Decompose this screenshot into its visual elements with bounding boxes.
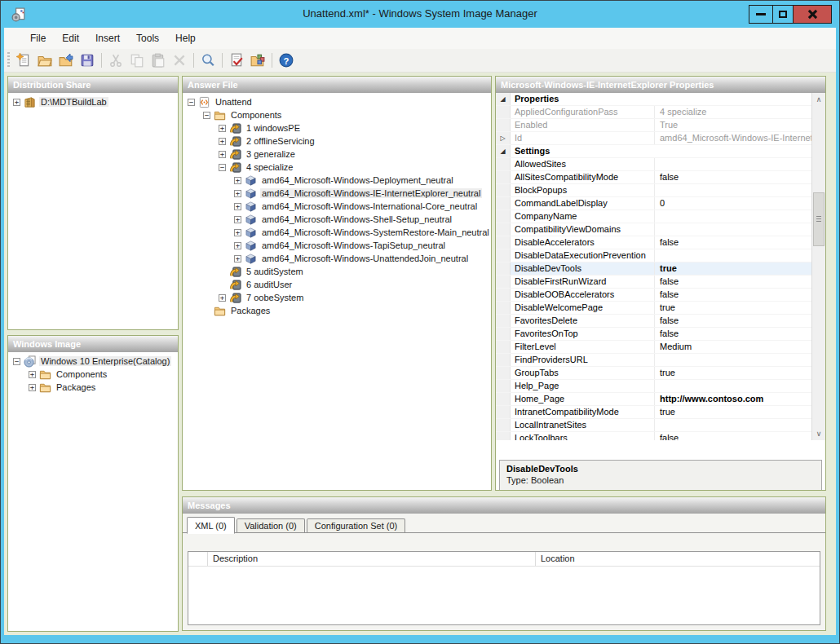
property-value[interactable] (655, 210, 811, 223)
AppliedConfigurationPass[interactable]: AppliedConfigurationPass 4 specialize (496, 106, 811, 119)
property-value[interactable] (655, 380, 811, 392)
CommandLabelDisplay[interactable]: CommandLabelDisplay 0 (496, 197, 811, 210)
property-value[interactable]: true (655, 406, 811, 418)
help-button[interactable] (276, 51, 297, 70)
property-value[interactable]: false (655, 171, 811, 183)
property-value[interactable]: True (655, 119, 811, 131)
property-value[interactable] (655, 419, 811, 431)
paste-button[interactable] (148, 51, 169, 70)
toolbar-button[interactable] (219, 51, 226, 70)
menu-item[interactable]: Insert (87, 29, 128, 47)
DisableAccelerators[interactable]: DisableAccelerators false (496, 236, 811, 249)
tree-expander[interactable]: + (29, 384, 36, 391)
property-value[interactable]: false (655, 276, 811, 288)
tab-configuration-set[interactable]: Configuration Set (0) (307, 518, 406, 533)
tree-item[interactable]: + amd64_Microsoft-Windows-SystemRestore-… (183, 226, 491, 239)
property-value[interactable]: http://www.contoso.com (655, 393, 811, 405)
tree-expander[interactable]: + (234, 229, 241, 236)
property-value[interactable]: false (655, 432, 811, 440)
tree-expander[interactable]: − (188, 99, 195, 106)
maximize-button[interactable] (772, 5, 794, 24)
scrollbar-thumb[interactable] (813, 192, 825, 246)
copy-button[interactable] (126, 51, 148, 70)
cut-button[interactable] (105, 51, 126, 70)
scroll-down-icon[interactable]: ∨ (812, 427, 825, 440)
tree-item[interactable]: Packages (183, 304, 491, 317)
location-column-header[interactable]: Location (536, 552, 820, 566)
tree-item[interactable]: − Unattend (183, 95, 491, 108)
tree-expander[interactable]: − (203, 112, 210, 119)
menu-item[interactable]: Edit (54, 29, 87, 47)
Settings[interactable]: ◢ Settings (496, 145, 811, 158)
Id[interactable]: ▷ Id amd64_Microsoft-Windows-IE-Internet… (496, 132, 811, 145)
Home_Page[interactable]: Home_Page http://www.contoso.com (496, 393, 811, 406)
tab-validation[interactable]: Validation (0) (237, 518, 305, 533)
delete-button[interactable] (169, 51, 190, 70)
property-value[interactable] (655, 158, 811, 170)
open-answer-file-button[interactable] (55, 51, 77, 70)
FavoritesDelete[interactable]: FavoritesDelete false (496, 315, 811, 328)
DisableOOBAccelerators[interactable]: DisableOOBAccelerators false (496, 289, 811, 302)
DisableDataExecutionPrevention[interactable]: DisableDataExecutionPrevention (496, 249, 811, 262)
DisableFirstRunWizard[interactable]: DisableFirstRunWizard false (496, 276, 811, 289)
tree-expander[interactable]: + (219, 125, 226, 132)
LocalIntranetSites[interactable]: LocalIntranetSites (496, 419, 811, 432)
DisableWelcomePage[interactable]: DisableWelcomePage true (496, 302, 811, 315)
property-value[interactable]: true (655, 262, 811, 275)
property-value[interactable]: false (655, 328, 811, 340)
FindProvidersURL[interactable]: FindProvidersURL (496, 354, 811, 367)
Enabled[interactable]: Enabled True (496, 119, 811, 132)
property-value[interactable]: true (655, 367, 811, 379)
CompanyName[interactable]: CompanyName (496, 210, 811, 223)
tree-item[interactable]: + amd64_Microsoft-Windows-Shell-Setup_ne… (183, 213, 491, 226)
tree-item[interactable]: + Packages (8, 381, 178, 394)
property-value[interactable]: amd64_Microsoft-Windows-IE-InternetEx (655, 132, 811, 144)
tree-item[interactable]: + amd64_Microsoft-Windows-International-… (183, 200, 491, 213)
tree-item[interactable]: + 2 offlineServicing (183, 135, 491, 148)
Help_Page[interactable]: Help_Page (496, 380, 811, 393)
property-value[interactable]: false (655, 315, 811, 327)
property-value[interactable] (655, 93, 811, 105)
property-value[interactable]: false (655, 289, 811, 301)
FilterLevel[interactable]: FilterLevel Medium (496, 341, 811, 354)
tree-item[interactable]: 6 auditUser (183, 278, 491, 291)
LockToolbars[interactable]: LockToolbars false (496, 432, 811, 440)
AllSitesCompatibilityMode[interactable]: AllSitesCompatibilityMode false (496, 171, 811, 184)
tree-item[interactable]: + amd64_Microsoft-Windows-UnattendedJoin… (183, 252, 491, 265)
property-value[interactable]: Medium (655, 341, 811, 353)
tree-expander[interactable]: + (219, 138, 226, 145)
property-value[interactable] (655, 223, 811, 236)
property-value[interactable]: true (655, 302, 811, 314)
tree-expander[interactable]: + (234, 255, 241, 262)
minimize-button[interactable] (749, 5, 773, 24)
toolbar-button[interactable] (268, 51, 276, 70)
tree-expander[interactable]: + (234, 216, 241, 223)
GroupTabs[interactable]: GroupTabs true (496, 367, 811, 380)
tree-item[interactable]: + 3 generalize (183, 148, 491, 161)
tree-item[interactable]: + amd64_Microsoft-Windows-IE-InternetExp… (183, 187, 491, 200)
CompatibilityViewDomains[interactable]: CompatibilityViewDomains (496, 223, 811, 236)
tree-item[interactable]: − Windows 10 Enterprise(Catalog) (8, 355, 178, 368)
close-button[interactable] (793, 5, 832, 24)
toolbar-grip[interactable] (7, 52, 10, 68)
FavoritesOnTop[interactable]: FavoritesOnTop false (496, 328, 811, 341)
save-answer-file-button[interactable] (77, 51, 98, 70)
tree-expander[interactable]: + (219, 294, 226, 302)
property-value[interactable] (655, 184, 811, 196)
tree-expander[interactable]: + (13, 99, 20, 106)
AllowedSites[interactable]: AllowedSites (496, 158, 811, 171)
property-value[interactable]: 0 (655, 197, 811, 210)
property-value[interactable] (655, 145, 811, 157)
tree-item[interactable]: 5 auditSystem (183, 265, 491, 278)
create-configuration-set-button[interactable] (247, 51, 268, 70)
description-column-header[interactable]: Description (208, 552, 536, 566)
scroll-up-icon[interactable]: ∧ (812, 93, 825, 106)
tree-expander[interactable]: + (234, 190, 241, 197)
tree-item[interactable]: + amd64_Microsoft-Windows-TapiSetup_neut… (183, 239, 491, 252)
tree-item[interactable]: + D:\MDTBuildLab (8, 95, 178, 108)
tree-expander[interactable]: + (234, 203, 241, 210)
property-value[interactable] (655, 354, 811, 366)
property-value[interactable] (655, 249, 811, 262)
toolbar-button[interactable] (98, 51, 105, 70)
tree-expander[interactable]: + (29, 371, 36, 378)
